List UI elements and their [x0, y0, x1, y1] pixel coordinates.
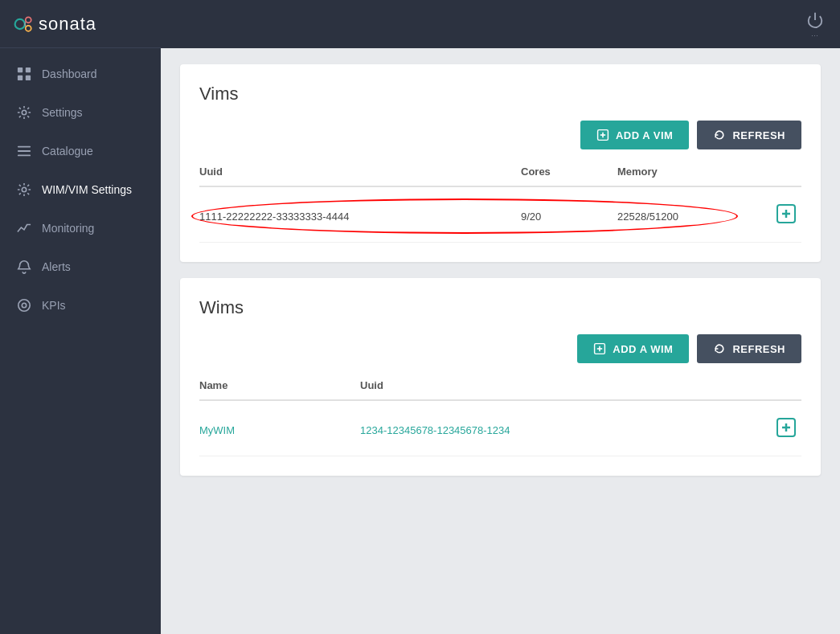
sidebar-item-kpis[interactable]: KPIs	[0, 286, 161, 325]
monitoring-icon	[16, 220, 32, 236]
wim-add-detail-button[interactable]	[771, 415, 801, 444]
vims-col-cores-header: Cores	[521, 166, 617, 178]
svg-rect-5	[18, 67, 23, 72]
svg-rect-10	[18, 146, 31, 148]
sidebar-item-catalogue[interactable]: Catalogue	[0, 132, 161, 170]
vims-table-header: Uuid Cores Memory	[199, 166, 801, 187]
svg-rect-12	[18, 155, 31, 157]
vim-memory-value: 22528/51200	[617, 211, 678, 223]
svg-line-3	[25, 22, 26, 24]
svg-point-13	[22, 187, 26, 191]
vims-refresh-button[interactable]: REFRESH	[697, 121, 801, 149]
vims-col-uuid-header: Uuid	[199, 166, 521, 178]
content: Vims ADD A VIM REFRESH	[161, 48, 840, 634]
monitoring-label: Monitoring	[42, 222, 94, 235]
wims-title: Wims	[199, 297, 801, 318]
add-vim-icon	[596, 129, 609, 141]
sonata-logo-icon	[13, 13, 35, 35]
vim-action-cell	[746, 202, 801, 231]
sidebar: sonata Dashboard Settings Catalogue WIM/…	[0, 0, 161, 634]
svg-point-2	[26, 25, 31, 31]
main-wrapper: ... Vims ADD A VIM	[161, 0, 840, 634]
add-wim-button[interactable]: ADD A WIM	[577, 334, 689, 363]
vims-col-action-header	[746, 166, 801, 178]
vim-memory-cell: 22528/51200	[617, 209, 746, 223]
vim-add-detail-button[interactable]	[771, 202, 801, 231]
sidebar-nav: Dashboard Settings Catalogue WIM/VIM Set…	[0, 48, 161, 634]
wim-uuid-cell: 1234-12345678-12345678-1234	[360, 423, 581, 437]
add-vim-button[interactable]: ADD A VIM	[580, 121, 689, 149]
kpis-icon	[16, 297, 32, 313]
sidebar-item-dashboard[interactable]: Dashboard	[0, 55, 161, 93]
wim-uuid-value: 1234-12345678-12345678-1234	[360, 424, 510, 436]
svg-rect-6	[26, 67, 31, 72]
svg-line-4	[25, 24, 26, 27]
sidebar-item-monitoring[interactable]: Monitoring	[0, 209, 161, 247]
wim-table-row: MyWIM 1234-12345678-12345678-1234	[199, 404, 801, 456]
wims-col-uuid-header: Uuid	[360, 379, 581, 391]
vims-refresh-icon	[713, 129, 726, 141]
vims-btn-row: ADD A VIM REFRESH	[199, 121, 801, 149]
wims-refresh-label: REFRESH	[732, 343, 785, 355]
vim-uuid-cell: 1111-22222222-33333333-4444	[199, 209, 521, 223]
wim-action-cell	[581, 415, 802, 444]
vim-table-row: 1111-22222222-33333333-4444 9/20 22528/5…	[199, 190, 801, 243]
vim-cores-cell: 9/20	[521, 209, 617, 223]
wim-name-link[interactable]: MyWIM	[199, 424, 235, 436]
dashboard-icon	[16, 66, 32, 82]
settings-icon	[16, 104, 32, 121]
wim-name-cell: MyWIM	[199, 423, 360, 437]
wims-card: Wims ADD A WIM REFRESH	[180, 278, 821, 476]
catalogue-icon	[16, 143, 32, 159]
vim-cores-value: 9/20	[521, 211, 541, 223]
wims-table-header: Name Uuid	[199, 379, 801, 401]
wims-refresh-icon	[713, 342, 726, 355]
wim-vim-label: WIM/VIM Settings	[42, 183, 132, 196]
vims-title: Vims	[199, 84, 801, 104]
svg-rect-11	[18, 150, 31, 152]
sidebar-item-alerts[interactable]: Alerts	[0, 247, 161, 286]
wims-col-name-header: Name	[199, 379, 360, 391]
wims-refresh-button[interactable]: REFRESH	[697, 334, 801, 363]
alerts-icon	[16, 259, 32, 275]
power-button[interactable]: ...	[806, 11, 824, 38]
kpis-label: KPIs	[42, 299, 66, 312]
svg-rect-8	[26, 76, 31, 80]
settings-label: Settings	[42, 106, 83, 119]
svg-point-15	[22, 303, 26, 307]
add-wim-label: ADD A WIM	[613, 343, 673, 355]
sidebar-item-settings[interactable]: Settings	[0, 93, 161, 132]
svg-point-0	[15, 18, 25, 28]
catalogue-label: Catalogue	[42, 145, 93, 157]
vim-uuid-value: 1111-22222222-33333333-4444	[199, 211, 350, 223]
add-vim-label: ADD A VIM	[616, 129, 673, 141]
vims-card: Vims ADD A VIM REFRESH	[180, 64, 821, 262]
svg-rect-7	[18, 76, 23, 80]
svg-point-14	[18, 300, 30, 311]
vim-add-icon	[776, 203, 797, 224]
sidebar-logo-text: sonata	[39, 14, 96, 35]
topbar: ...	[161, 0, 840, 48]
svg-point-1	[26, 17, 31, 22]
dashboard-label: Dashboard	[42, 67, 97, 80]
wims-col-action-header	[581, 379, 802, 391]
wim-add-icon	[776, 417, 797, 438]
power-dots: ...	[811, 31, 819, 38]
wims-btn-row: ADD A WIM REFRESH	[199, 334, 801, 363]
add-wim-icon	[593, 342, 606, 355]
sidebar-item-wim-vim[interactable]: WIM/VIM Settings	[0, 170, 161, 209]
wim-vim-icon	[16, 182, 32, 198]
vims-col-memory-header: Memory	[617, 166, 746, 178]
alerts-label: Alerts	[42, 260, 71, 273]
sidebar-logo: sonata	[0, 0, 161, 48]
svg-point-9	[22, 110, 26, 114]
vims-refresh-label: REFRESH	[732, 129, 785, 141]
